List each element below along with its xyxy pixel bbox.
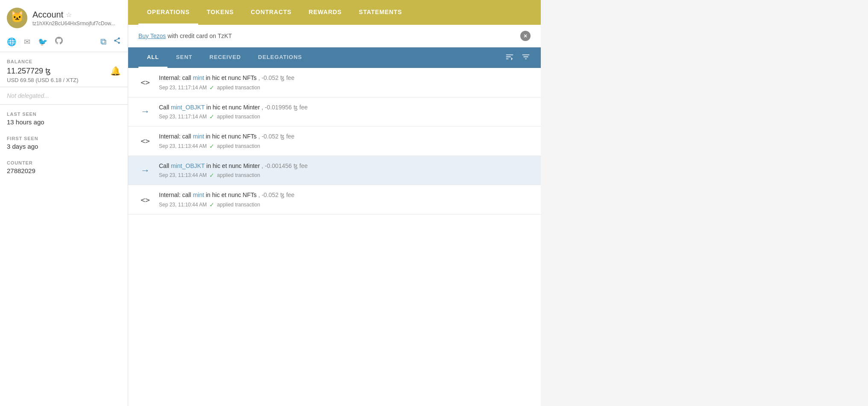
nav-contracts[interactable]: CONTRACTS <box>242 0 300 25</box>
account-info: Account ☆ tz1hXKn2BcU64HxSrmojfuf7cDow..… <box>32 10 115 26</box>
star-icon[interactable]: ☆ <box>66 11 72 19</box>
counter-label: COUNTER <box>7 160 121 165</box>
tx-prefix: Internal: call <box>159 191 193 198</box>
tx-method-link[interactable]: mint <box>193 74 204 81</box>
tx-prefix: Call <box>159 162 171 169</box>
github-icon[interactable] <box>55 37 63 47</box>
tx-fee: , -0.052 ꜩ fee <box>258 191 295 198</box>
copy-icon[interactable]: ⧉ <box>100 37 106 47</box>
tab-sent[interactable]: SENT <box>167 47 201 68</box>
tab-actions <box>505 52 531 64</box>
balance-row: 11.257729 ꜩ 🔔 <box>7 66 121 76</box>
tx-method-link[interactable]: mint_OBJKT <box>171 162 205 169</box>
tx-method-link[interactable]: mint <box>193 133 204 140</box>
tab-all[interactable]: ALL <box>138 47 167 68</box>
share-icon[interactable] <box>113 37 121 47</box>
promo-banner: Buy Tezos with credit card on TzKT × <box>128 25 541 47</box>
tx-content: Internal: call mint in hic et nunc NFTs … <box>159 191 531 208</box>
filter-icon[interactable] <box>521 52 531 64</box>
tx-status-check: ✓ <box>209 113 214 120</box>
tab-delegations[interactable]: DELEGATIONS <box>249 47 311 68</box>
tx-date: Sep 23, 11:13:44 AM <box>159 172 207 178</box>
copy-share-group: ⧉ <box>100 37 121 47</box>
tx-mid: in <box>206 191 212 198</box>
nav-rewards[interactable]: REWARDS <box>300 0 350 25</box>
transaction-row[interactable]: → Call mint_OBJKT in hic et nunc Minter … <box>128 156 541 185</box>
tx-status-check: ✓ <box>209 84 214 91</box>
tx-title: Internal: call mint in hic et nunc NFTs … <box>159 132 531 141</box>
tx-mid: in <box>206 74 212 81</box>
tx-status-text: applied transaction <box>217 85 260 91</box>
main-content: OPERATIONS TOKENS CONTRACTS REWARDS STAT… <box>128 0 541 406</box>
first-seen-section: FIRST SEEN 3 days ago <box>0 129 128 153</box>
balance-section: BALANCE 11.257729 ꜩ 🔔 USD 69.58 (USD 6.1… <box>0 52 128 87</box>
nav-operations[interactable]: OPERATIONS <box>138 0 198 25</box>
filter-tabs: ALL SENT RECEIVED DELEGATIONS <box>128 47 541 68</box>
nav-tokens[interactable]: TOKENS <box>198 0 242 25</box>
tx-prefix: Call <box>159 104 171 111</box>
tx-content: Call mint_OBJKT in hic et nunc Minter , … <box>159 162 531 179</box>
tx-icon-code: <> <box>138 134 152 148</box>
tx-mid: in <box>206 133 212 140</box>
transactions-list: <> Internal: call mint in hic et nunc NF… <box>128 68 541 406</box>
sort-icon[interactable] <box>505 52 514 64</box>
tx-mid: in <box>206 104 213 111</box>
transaction-row[interactable]: <> Internal: call mint in hic et nunc NF… <box>128 185 541 215</box>
tx-method-link[interactable]: mint_OBJKT <box>171 104 205 111</box>
tx-status-check: ✓ <box>209 201 214 208</box>
tx-fee: , -0.052 ꜩ fee <box>258 74 295 81</box>
tx-status-text: applied transaction <box>217 172 260 178</box>
close-promo-button[interactable]: × <box>520 31 531 41</box>
last-seen-value: 13 hours ago <box>7 118 121 126</box>
tx-meta: Sep 23, 11:17:14 AM ✓ applied transactio… <box>159 84 531 91</box>
balance-amount: 11.257729 ꜩ <box>7 66 51 76</box>
tx-contract: hic et nunc Minter <box>213 162 260 169</box>
tx-title: Internal: call mint in hic et nunc NFTs … <box>159 191 531 200</box>
email-icon[interactable]: ✉ <box>24 37 30 47</box>
nav-statements[interactable]: STATEMENTS <box>350 0 411 25</box>
balance-label: BALANCE <box>7 59 121 64</box>
tx-title: Call mint_OBJKT in hic et nunc Minter , … <box>159 162 531 171</box>
tx-contract: hic et nunc NFTs <box>212 74 257 81</box>
tx-status-text: applied transaction <box>217 202 260 208</box>
tx-prefix: Internal: call <box>159 133 193 140</box>
top-nav: OPERATIONS TOKENS CONTRACTS REWARDS STAT… <box>128 0 541 25</box>
tx-meta: Sep 23, 11:13:44 AM ✓ applied transactio… <box>159 143 531 150</box>
tx-contract: hic et nunc NFTs <box>212 133 257 140</box>
tx-meta: Sep 23, 11:13:44 AM ✓ applied transactio… <box>159 172 531 179</box>
balance-usd: USD 69.58 (USD 6.18 / XTZ) <box>7 77 121 83</box>
first-seen-value: 3 days ago <box>7 143 121 150</box>
svg-text:🐱: 🐱 <box>10 10 24 24</box>
transaction-row[interactable]: <> Internal: call mint in hic et nunc NF… <box>128 127 541 156</box>
tx-fee: , -0.019956 ꜩ fee <box>261 104 308 111</box>
tx-method-link[interactable]: mint <box>193 191 204 198</box>
tx-status-text: applied transaction <box>217 114 260 120</box>
promo-rest: with credit card on TzKT <box>166 32 232 39</box>
promo-link[interactable]: Buy Tezos <box>138 32 166 39</box>
tx-icon-arrow: → <box>138 105 152 118</box>
tx-status-text: applied transaction <box>217 143 260 149</box>
tx-icon-code: <> <box>138 193 152 206</box>
tab-received[interactable]: RECEIVED <box>201 47 249 68</box>
account-name: Account <box>32 10 63 20</box>
bell-icon[interactable]: 🔔 <box>110 66 121 76</box>
tx-fee: , -0.001456 ꜩ fee <box>261 162 308 169</box>
account-header: 🐱 Account ☆ tz1hXKn2BcU64HxSrmojfuf7cDow… <box>0 0 128 33</box>
avatar: 🐱 <box>7 8 27 28</box>
tx-prefix: Internal: call <box>159 74 193 81</box>
tx-mid: in <box>206 162 213 169</box>
transaction-row[interactable]: → Call mint_OBJKT in hic et nunc Minter … <box>128 97 541 127</box>
tx-meta: Sep 23, 11:17:14 AM ✓ applied transactio… <box>159 113 531 120</box>
tx-date: Sep 23, 11:17:14 AM <box>159 114 207 120</box>
twitter-icon[interactable]: 🐦 <box>38 37 47 47</box>
tx-status-check: ✓ <box>209 172 214 179</box>
counter-section: COUNTER 27882029 <box>0 153 128 178</box>
transaction-row[interactable]: <> Internal: call mint in hic et nunc NF… <box>128 68 541 97</box>
tx-icon-arrow: → <box>138 164 152 177</box>
globe-icon[interactable]: 🌐 <box>7 37 16 47</box>
tx-date: Sep 23, 11:17:14 AM <box>159 85 207 91</box>
tx-title: Internal: call mint in hic et nunc NFTs … <box>159 74 531 82</box>
account-address: tz1hXKn2BcU64HxSrmojfuf7cDow... <box>32 21 115 26</box>
delegation-status: Not delegated... <box>0 87 128 104</box>
tx-content: Call mint_OBJKT in hic et nunc Minter , … <box>159 103 531 121</box>
